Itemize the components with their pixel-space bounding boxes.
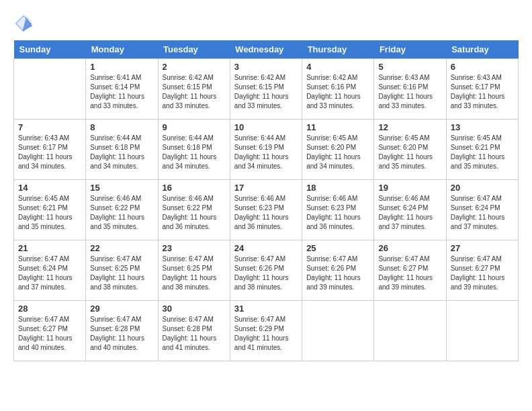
day-number: 16 xyxy=(163,183,226,193)
calendar-cell: 25Sunrise: 6:47 AM Sunset: 6:26 PM Dayli… xyxy=(302,240,374,301)
day-number: 18 xyxy=(306,183,369,193)
day-info: Sunrise: 6:47 AM Sunset: 6:26 PM Dayligh… xyxy=(306,255,369,292)
calendar-header-friday: Friday xyxy=(374,40,446,59)
calendar-cell: 3Sunrise: 6:42 AM Sunset: 6:15 PM Daylig… xyxy=(230,59,302,120)
day-number: 3 xyxy=(234,62,298,72)
calendar-cell: 1Sunrise: 6:41 AM Sunset: 6:14 PM Daylig… xyxy=(86,59,158,120)
calendar-cell: 20Sunrise: 6:47 AM Sunset: 6:24 PM Dayli… xyxy=(446,180,518,240)
calendar-cell: 17Sunrise: 6:46 AM Sunset: 6:23 PM Dayli… xyxy=(230,180,302,240)
day-info: Sunrise: 6:47 AM Sunset: 6:28 PM Dayligh… xyxy=(163,315,226,353)
day-info: Sunrise: 6:47 AM Sunset: 6:25 PM Dayligh… xyxy=(90,255,153,292)
day-number: 2 xyxy=(163,62,226,72)
day-number: 14 xyxy=(18,183,81,193)
calendar: SundayMondayTuesdayWednesdayThursdayFrid… xyxy=(13,40,519,361)
calendar-cell: 7Sunrise: 6:43 AM Sunset: 6:17 PM Daylig… xyxy=(14,120,86,180)
calendar-cell xyxy=(14,59,86,120)
day-info: Sunrise: 6:46 AM Sunset: 6:23 PM Dayligh… xyxy=(234,194,298,232)
day-info: Sunrise: 6:44 AM Sunset: 6:18 PM Dayligh… xyxy=(163,134,226,171)
calendar-cell: 12Sunrise: 6:45 AM Sunset: 6:20 PM Dayli… xyxy=(374,120,446,180)
day-info: Sunrise: 6:46 AM Sunset: 6:23 PM Dayligh… xyxy=(306,194,369,232)
day-info: Sunrise: 6:43 AM Sunset: 6:17 PM Dayligh… xyxy=(18,134,81,171)
day-info: Sunrise: 6:47 AM Sunset: 6:27 PM Dayligh… xyxy=(378,255,441,292)
calendar-cell: 21Sunrise: 6:47 AM Sunset: 6:24 PM Dayli… xyxy=(14,240,86,301)
day-number: 23 xyxy=(163,243,226,253)
day-number: 11 xyxy=(306,122,369,132)
day-number: 17 xyxy=(234,183,298,193)
calendar-cell: 8Sunrise: 6:44 AM Sunset: 6:18 PM Daylig… xyxy=(86,120,158,180)
day-number: 13 xyxy=(451,122,514,132)
calendar-cell xyxy=(374,301,446,361)
day-info: Sunrise: 6:47 AM Sunset: 6:27 PM Dayligh… xyxy=(451,255,514,292)
calendar-cell: 14Sunrise: 6:45 AM Sunset: 6:21 PM Dayli… xyxy=(14,180,86,240)
day-info: Sunrise: 6:45 AM Sunset: 6:20 PM Dayligh… xyxy=(378,134,441,171)
calendar-header-row: SundayMondayTuesdayWednesdayThursdayFrid… xyxy=(14,40,519,59)
calendar-week-2: 7Sunrise: 6:43 AM Sunset: 6:17 PM Daylig… xyxy=(14,120,519,180)
day-info: Sunrise: 6:47 AM Sunset: 6:26 PM Dayligh… xyxy=(234,255,298,292)
day-info: Sunrise: 6:47 AM Sunset: 6:28 PM Dayligh… xyxy=(90,315,153,353)
day-info: Sunrise: 6:46 AM Sunset: 6:22 PM Dayligh… xyxy=(163,194,226,232)
calendar-cell: 13Sunrise: 6:45 AM Sunset: 6:21 PM Dayli… xyxy=(446,120,518,180)
calendar-header-saturday: Saturday xyxy=(446,40,518,59)
day-number: 9 xyxy=(163,122,226,132)
calendar-cell: 26Sunrise: 6:47 AM Sunset: 6:27 PM Dayli… xyxy=(374,240,446,301)
day-number: 10 xyxy=(234,122,298,132)
day-number: 1 xyxy=(90,62,153,72)
calendar-cell: 22Sunrise: 6:47 AM Sunset: 6:25 PM Dayli… xyxy=(86,240,158,301)
day-info: Sunrise: 6:45 AM Sunset: 6:21 PM Dayligh… xyxy=(451,134,514,171)
day-info: Sunrise: 6:44 AM Sunset: 6:19 PM Dayligh… xyxy=(234,134,298,171)
calendar-header-tuesday: Tuesday xyxy=(158,40,230,59)
day-info: Sunrise: 6:47 AM Sunset: 6:29 PM Dayligh… xyxy=(234,315,298,353)
day-info: Sunrise: 6:47 AM Sunset: 6:24 PM Dayligh… xyxy=(18,255,81,292)
logo-icon xyxy=(13,13,34,34)
day-number: 21 xyxy=(18,243,81,253)
day-number: 4 xyxy=(306,62,369,72)
calendar-cell: 29Sunrise: 6:47 AM Sunset: 6:28 PM Dayli… xyxy=(86,301,158,361)
calendar-cell: 19Sunrise: 6:46 AM Sunset: 6:24 PM Dayli… xyxy=(374,180,446,240)
day-info: Sunrise: 6:47 AM Sunset: 6:25 PM Dayligh… xyxy=(163,255,226,292)
calendar-header-thursday: Thursday xyxy=(302,40,374,59)
calendar-header-sunday: Sunday xyxy=(14,40,86,59)
day-info: Sunrise: 6:46 AM Sunset: 6:24 PM Dayligh… xyxy=(378,194,441,232)
day-number: 7 xyxy=(18,122,81,132)
calendar-cell: 11Sunrise: 6:45 AM Sunset: 6:20 PM Dayli… xyxy=(302,120,374,180)
day-number: 25 xyxy=(306,243,369,253)
day-number: 26 xyxy=(378,243,441,253)
day-info: Sunrise: 6:45 AM Sunset: 6:21 PM Dayligh… xyxy=(18,194,81,232)
day-number: 30 xyxy=(163,304,226,314)
logo xyxy=(13,13,36,34)
day-number: 31 xyxy=(234,304,298,314)
calendar-header-monday: Monday xyxy=(86,40,158,59)
day-number: 22 xyxy=(90,243,153,253)
day-number: 6 xyxy=(451,62,514,72)
day-info: Sunrise: 6:41 AM Sunset: 6:14 PM Dayligh… xyxy=(90,73,153,111)
day-info: Sunrise: 6:42 AM Sunset: 6:16 PM Dayligh… xyxy=(306,73,369,111)
day-number: 15 xyxy=(90,183,153,193)
day-info: Sunrise: 6:46 AM Sunset: 6:22 PM Dayligh… xyxy=(90,194,153,232)
calendar-cell: 27Sunrise: 6:47 AM Sunset: 6:27 PM Dayli… xyxy=(446,240,518,301)
calendar-cell xyxy=(302,301,374,361)
calendar-cell: 24Sunrise: 6:47 AM Sunset: 6:26 PM Dayli… xyxy=(230,240,302,301)
calendar-cell: 31Sunrise: 6:47 AM Sunset: 6:29 PM Dayli… xyxy=(230,301,302,361)
calendar-week-4: 21Sunrise: 6:47 AM Sunset: 6:24 PM Dayli… xyxy=(14,240,519,301)
calendar-cell: 30Sunrise: 6:47 AM Sunset: 6:28 PM Dayli… xyxy=(158,301,230,361)
day-info: Sunrise: 6:44 AM Sunset: 6:18 PM Dayligh… xyxy=(90,134,153,171)
day-info: Sunrise: 6:47 AM Sunset: 6:27 PM Dayligh… xyxy=(18,315,81,353)
day-number: 12 xyxy=(378,122,441,132)
calendar-cell: 9Sunrise: 6:44 AM Sunset: 6:18 PM Daylig… xyxy=(158,120,230,180)
calendar-cell xyxy=(446,301,518,361)
day-number: 29 xyxy=(90,304,153,314)
calendar-cell: 6Sunrise: 6:43 AM Sunset: 6:17 PM Daylig… xyxy=(446,59,518,120)
day-info: Sunrise: 6:43 AM Sunset: 6:16 PM Dayligh… xyxy=(378,73,441,111)
calendar-header-wednesday: Wednesday xyxy=(230,40,302,59)
day-info: Sunrise: 6:47 AM Sunset: 6:24 PM Dayligh… xyxy=(451,194,514,232)
day-number: 28 xyxy=(18,304,81,314)
calendar-cell: 16Sunrise: 6:46 AM Sunset: 6:22 PM Dayli… xyxy=(158,180,230,240)
calendar-cell: 2Sunrise: 6:42 AM Sunset: 6:15 PM Daylig… xyxy=(158,59,230,120)
day-info: Sunrise: 6:45 AM Sunset: 6:20 PM Dayligh… xyxy=(306,134,369,171)
calendar-cell: 5Sunrise: 6:43 AM Sunset: 6:16 PM Daylig… xyxy=(374,59,446,120)
day-info: Sunrise: 6:43 AM Sunset: 6:17 PM Dayligh… xyxy=(451,73,514,111)
calendar-week-3: 14Sunrise: 6:45 AM Sunset: 6:21 PM Dayli… xyxy=(14,180,519,240)
calendar-cell: 28Sunrise: 6:47 AM Sunset: 6:27 PM Dayli… xyxy=(14,301,86,361)
calendar-cell: 15Sunrise: 6:46 AM Sunset: 6:22 PM Dayli… xyxy=(86,180,158,240)
calendar-cell: 23Sunrise: 6:47 AM Sunset: 6:25 PM Dayli… xyxy=(158,240,230,301)
